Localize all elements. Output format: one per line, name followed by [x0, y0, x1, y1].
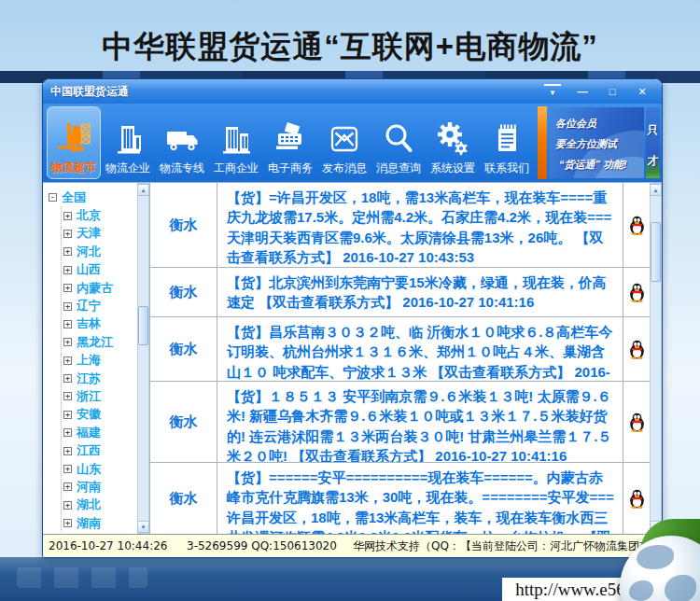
message-text[interactable]: 【货】======安平==========现在装车======。内蒙古赤峰市克什…	[217, 463, 623, 534]
sidebar-scrollbar[interactable]: ▲ ▼	[137, 183, 149, 534]
tree-node-tianjin[interactable]: +天津	[62, 225, 135, 243]
tree-node-hunan[interactable]: +湖南	[62, 514, 135, 532]
plus-box-icon[interactable]: +	[63, 519, 72, 527]
plus-box-icon[interactable]: +	[63, 374, 72, 383]
tree-label: 安徽	[77, 406, 101, 423]
ecommerce-icon	[272, 120, 309, 158]
tree-node-jiangxi[interactable]: +江西	[62, 441, 135, 459]
toolbar-button-message-query[interactable]: 消息查询	[371, 106, 426, 179]
message-row[interactable]: 衡水 【货】北京滨州到东莞南宁要15米冷藏，绿通，现在装，价高速定 【双击查看联…	[150, 268, 650, 317]
sidebar-scroll-thumb[interactable]	[138, 306, 148, 345]
content-area: - 全国 +北京 +天津 +河北 +山西 +内蒙古 +辽宁 +吉林 +黑龙江 +…	[43, 182, 662, 534]
message-text[interactable]: 【货】北京滨州到东莞南宁要15米冷藏，绿通，现在装，价高速定 【双击查看联系方式…	[217, 268, 623, 316]
qq-contact-cell[interactable]	[623, 183, 650, 267]
tree-node-anhui[interactable]: +安徽	[62, 406, 135, 424]
toolbar-button-logistics-lines[interactable]: 物流专线	[155, 106, 209, 179]
plus-box-icon[interactable]: +	[63, 482, 72, 491]
toolbar: 物流超市	[43, 104, 662, 182]
qq-contact-cell[interactable]	[623, 463, 650, 534]
tree-children: +北京 +天津 +河北 +山西 +内蒙古 +辽宁 +吉林 +黑龙江 +上海 +江…	[61, 206, 135, 532]
rollup-icon[interactable]: ▼	[544, 84, 561, 100]
window-title: 中国联盟货运通	[50, 84, 544, 100]
region-cell: 衡水	[150, 317, 217, 381]
tree-node-shandong[interactable]: +山东	[62, 460, 135, 478]
promo-line: “货运通” 功能!	[555, 154, 639, 175]
plus-box-icon[interactable]: +	[63, 212, 72, 220]
search-icon	[380, 120, 417, 158]
tree-node-henan[interactable]: +河南	[62, 478, 135, 496]
tree-node-shanxi[interactable]: +山西	[62, 261, 135, 279]
window-titlebar[interactable]: 中国联盟货运通 ▼ — □ ✕	[43, 79, 662, 104]
plus-box-icon[interactable]: +	[63, 320, 72, 328]
message-row[interactable]: 衡水 【货】=许昌开发区，18吨，需13米高栏车，现在装车====重庆九龙坡需1…	[150, 183, 650, 268]
sidebar-scroll-track[interactable]	[138, 196, 148, 521]
message-text[interactable]: 【货】=许昌开发区，18吨，需13米高栏车，现在装车====重庆九龙坡需17.5…	[217, 183, 623, 267]
message-row[interactable]: 衡水 【货】昌乐莒南３０３２吨、临 沂衡水１０吨求６.８高栏车今订明装、杭州台州…	[150, 317, 650, 382]
plus-box-icon[interactable]: +	[63, 266, 72, 274]
message-text[interactable]: 【货】昌乐莒南３０３２吨、临 沂衡水１０吨求６.８高栏车今订明装、杭州台州求１３…	[217, 317, 623, 381]
toolbar-button-publish-message[interactable]: 发布消息	[317, 106, 371, 179]
tree-node-jilin[interactable]: +吉林	[62, 315, 135, 333]
qq-penguin-icon	[629, 216, 645, 235]
toolbar-button-commercial-companies[interactable]: 工商企业	[209, 106, 263, 179]
tree-node-liaoning[interactable]: +辽宁	[62, 297, 135, 314]
tree-node-root[interactable]: - 全国	[49, 189, 135, 206]
tree-node-hubei[interactable]: +湖北	[62, 496, 135, 514]
minus-box-icon[interactable]: -	[49, 193, 57, 202]
plus-box-icon[interactable]: +	[63, 411, 72, 419]
toolbar-button-logistics-companies[interactable]: 物流企业	[101, 106, 155, 179]
toolbar-button-freight-supermarket[interactable]: 物流超市	[47, 106, 101, 179]
plus-box-icon[interactable]: +	[63, 284, 72, 292]
plus-box-icon[interactable]: +	[63, 447, 72, 455]
toolbar-label: 电子商务	[268, 161, 313, 176]
promo-banner: 各位会员 要全方位测试 “货运通” 功能!	[549, 107, 644, 178]
plus-box-icon[interactable]: +	[63, 356, 72, 365]
tree-label: 浙江	[77, 388, 101, 405]
tree-node-beijing[interactable]: +北京	[62, 206, 135, 224]
message-text[interactable]: 【货】１８５１３ 安平到南京需９.６米装１３吨! 太原需９.６米! 新疆乌鲁木齐…	[217, 382, 623, 462]
promo-marquee-edge: 只 才	[646, 107, 660, 178]
tree-node-hebei[interactable]: +河北	[62, 243, 135, 260]
message-row[interactable]: 衡水 【货】======安平==========现在装车======。内蒙古赤峰…	[150, 463, 650, 534]
plus-box-icon[interactable]: +	[63, 465, 72, 473]
toolbar-button-contact-us[interactable]: 联系我们	[480, 106, 534, 179]
plus-box-icon[interactable]: +	[63, 302, 72, 311]
minimize-icon[interactable]: —	[574, 85, 591, 98]
message-row[interactable]: 衡水 【货】１８５１３ 安平到南京需９.６米装１３吨! 太原需９.６米! 新疆乌…	[150, 382, 650, 463]
qq-contact-cell[interactable]	[623, 382, 650, 462]
globe-land	[665, 575, 696, 601]
tree-label: 福建	[77, 425, 101, 441]
plus-box-icon[interactable]: +	[63, 247, 72, 256]
status-info: 华网技术支持（QQ：【当前登陆公司：河北广怀物流集团有限公司 登陆人：杨广怀】 …	[353, 538, 656, 554]
tree-node-shanghai[interactable]: +上海	[62, 352, 135, 370]
message-scroll-track[interactable]	[651, 196, 661, 521]
scroll-up-icon[interactable]: ▲	[137, 184, 149, 196]
toolbar-button-e-commerce[interactable]: 电子商务	[263, 106, 317, 179]
scroll-up-icon[interactable]: ▲	[650, 184, 662, 196]
message-scroll-thumb[interactable]	[651, 222, 661, 282]
qq-contact-cell[interactable]	[623, 317, 650, 381]
maximize-icon[interactable]: □	[604, 85, 621, 98]
qq-contact-cell[interactable]	[623, 268, 650, 316]
tree-node-fujian[interactable]: +福建	[62, 424, 135, 441]
plus-box-icon[interactable]: +	[63, 392, 72, 400]
plus-box-icon[interactable]: +	[63, 338, 72, 346]
watermark	[17, 567, 147, 588]
plus-box-icon[interactable]: +	[63, 501, 72, 510]
tree-label: 江苏	[77, 370, 101, 387]
region-cell: 衡水	[150, 382, 217, 462]
tree-label: 山东	[77, 461, 101, 478]
region-cell: 衡水	[150, 268, 217, 316]
message-list-scrollbar[interactable]: ▲ ▼	[650, 183, 662, 534]
scroll-down-icon[interactable]: ▼	[137, 521, 149, 533]
tree-node-zhejiang[interactable]: +浙江	[62, 387, 135, 405]
tree-node-jiangsu[interactable]: +江苏	[62, 370, 135, 387]
close-icon[interactable]: ✕	[634, 85, 651, 98]
globe-land	[637, 545, 674, 569]
toolbar-button-system-settings[interactable]: 系统设置	[426, 106, 480, 179]
tree-node-neimenggu[interactable]: +内蒙古	[62, 279, 135, 297]
plus-box-icon[interactable]: +	[63, 230, 72, 238]
tree-node-heilongjiang[interactable]: +黑龙江	[62, 333, 135, 351]
buildings-icon	[217, 120, 255, 158]
plus-box-icon[interactable]: +	[63, 428, 72, 437]
